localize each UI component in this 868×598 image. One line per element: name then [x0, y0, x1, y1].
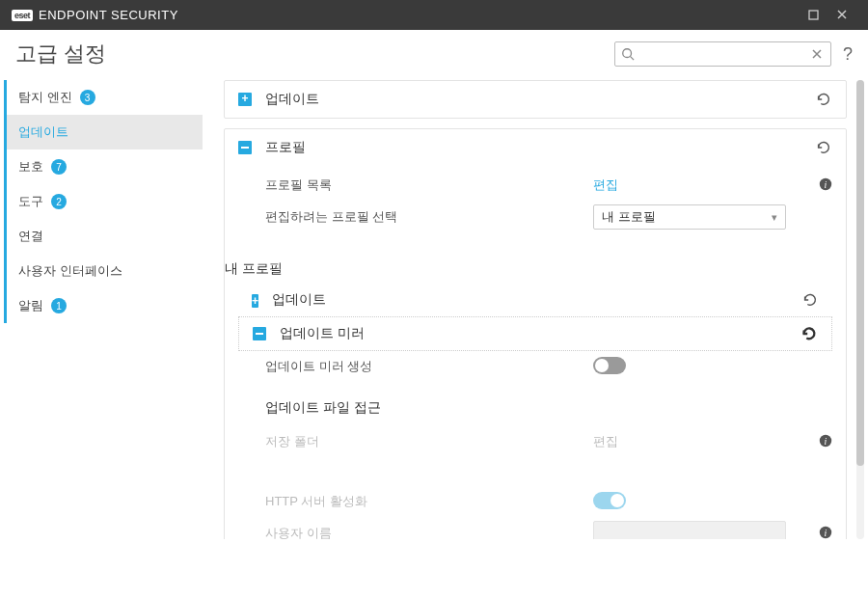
sidebar-item-notifications[interactable]: 알림 1: [4, 288, 203, 323]
sidebar-item-label: 보호: [18, 158, 43, 176]
sidebar-item-tools[interactable]: 도구 2: [4, 184, 203, 219]
edit-storage-folder-link: 편집: [593, 434, 618, 448]
subsection-my-profile: 내 프로필: [225, 260, 832, 278]
reset-button[interactable]: [801, 291, 819, 309]
edit-profile-list-link[interactable]: 편집: [593, 177, 618, 192]
brand-logo: eset: [12, 10, 33, 21]
subhead-file-access: 업데이트 파일 접근: [265, 399, 832, 417]
row-label: 프로필 목록: [265, 177, 593, 194]
square-icon: [808, 10, 819, 20]
titlebar: eset ENDPOINT SECURITY: [0, 0, 868, 30]
inner-panel-update[interactable]: + 업데이트: [238, 284, 832, 316]
sidebar-item-badge: 2: [51, 194, 67, 209]
reset-button[interactable]: [800, 325, 818, 342]
row-label: 업데이트 미러 생성: [265, 358, 593, 375]
settings-content: + 업데이트 프로필 프로필 목록: [203, 76, 853, 539]
collapse-icon: [238, 141, 252, 154]
help-button[interactable]: ?: [843, 44, 853, 65]
window-maximize-button[interactable]: [799, 8, 827, 23]
row-label: 사용자 이름: [265, 525, 593, 539]
x-icon: [811, 48, 823, 60]
chevron-down-icon: ▾: [772, 211, 777, 224]
sidebar-item-label: 사용자 인터페이스: [18, 262, 122, 280]
info-button[interactable]: i: [817, 434, 832, 450]
footer: 기본값 확인(O) 취소: [0, 591, 868, 598]
reset-button[interactable]: [815, 91, 832, 108]
svg-text:i: i: [825, 178, 827, 189]
sidebar-item-badge: 7: [51, 159, 67, 175]
panel-header-update[interactable]: + 업데이트: [225, 81, 846, 118]
sidebar-item-detection-engine[interactable]: 탐지 엔진 3: [4, 80, 203, 115]
page-title: 고급 설정: [15, 40, 106, 68]
sidebar-item-update[interactable]: 업데이트: [4, 115, 203, 150]
row-profile-select: 편집하려는 프로필 선택 내 프로필 ▾: [265, 201, 832, 233]
reset-button[interactable]: [815, 139, 832, 156]
collapse-icon: [253, 327, 266, 340]
expand-icon: +: [238, 93, 252, 106]
select-value: 내 프로필: [602, 208, 656, 226]
sidebar-item-protection[interactable]: 보호 7: [4, 150, 203, 184]
info-button[interactable]: i: [817, 526, 832, 540]
panel-title: 업데이트: [265, 91, 815, 108]
inner-panel-update-mirror[interactable]: 업데이트 미러: [238, 316, 832, 351]
username-input: [593, 521, 786, 539]
panel-update: + 업데이트: [224, 80, 847, 119]
undo-icon: [800, 325, 818, 342]
search-clear-button[interactable]: [809, 46, 825, 63]
scrollbar-thumb[interactable]: [856, 80, 864, 466]
brand-text: ENDPOINT SECURITY: [39, 8, 178, 22]
row-profile-list: 프로필 목록 편집 i: [265, 170, 832, 201]
panel-title: 프로필: [265, 139, 815, 156]
row-label: HTTP 서버 활성화: [265, 493, 593, 510]
sidebar-item-label: 업데이트: [18, 123, 68, 141]
svg-text:i: i: [825, 435, 827, 446]
search-input[interactable]: [635, 47, 809, 62]
sidebar-item-label: 알림: [18, 297, 43, 314]
create-mirror-toggle[interactable]: [593, 357, 626, 374]
sidebar-item-connections[interactable]: 연결: [4, 219, 203, 254]
window-close-button[interactable]: [827, 8, 856, 23]
info-icon: i: [819, 177, 832, 191]
sidebar-item-user-interface[interactable]: 사용자 인터페이스: [4, 254, 203, 288]
svg-text:i: i: [825, 527, 827, 537]
undo-icon: [815, 91, 832, 108]
http-enable-toggle: [593, 492, 626, 509]
expand-icon: +: [252, 293, 258, 308]
sidebar-item-label: 도구: [18, 193, 43, 210]
profile-select[interactable]: 내 프로필 ▾: [593, 204, 786, 230]
panel-profile: 프로필 프로필 목록 편집 i 편집하려는 프로필 선택: [224, 128, 847, 539]
scrollbar[interactable]: [856, 80, 864, 539]
sidebar-item-badge: 1: [51, 298, 67, 313]
undo-icon: [801, 291, 819, 309]
info-icon: i: [819, 526, 832, 539]
svg-rect-0: [809, 11, 818, 19]
row-label: 저장 폴더: [265, 433, 593, 450]
row-create-mirror: 업데이트 미러 생성: [265, 351, 832, 382]
sidebar-item-label: 연결: [18, 228, 43, 245]
row-username: 사용자 이름 i: [265, 517, 832, 539]
svg-point-1: [623, 49, 632, 58]
close-icon: [836, 9, 848, 20]
page-header: 고급 설정 ?: [0, 30, 868, 76]
search-icon: [621, 47, 635, 61]
panel-header-profile[interactable]: 프로필: [225, 129, 846, 166]
row-http-enable: HTTP 서버 활성화: [265, 486, 832, 517]
sidebar-item-label: 탐지 엔진: [18, 89, 72, 106]
sidebar: 탐지 엔진 3 업데이트 보호 7 도구 2 연결 사용자 인터페이스 알림 1: [0, 76, 203, 591]
row-storage-folder: 저장 폴더 편집 i: [265, 426, 832, 457]
panel-title: 업데이트 미러: [280, 325, 800, 342]
search-box[interactable]: [614, 41, 831, 67]
row-label: 편집하려는 프로필 선택: [265, 208, 593, 226]
sidebar-item-badge: 3: [80, 90, 95, 105]
undo-icon: [815, 139, 832, 156]
panel-title: 업데이트: [272, 291, 801, 309]
info-icon: i: [819, 434, 832, 448]
info-button[interactable]: i: [817, 177, 832, 194]
